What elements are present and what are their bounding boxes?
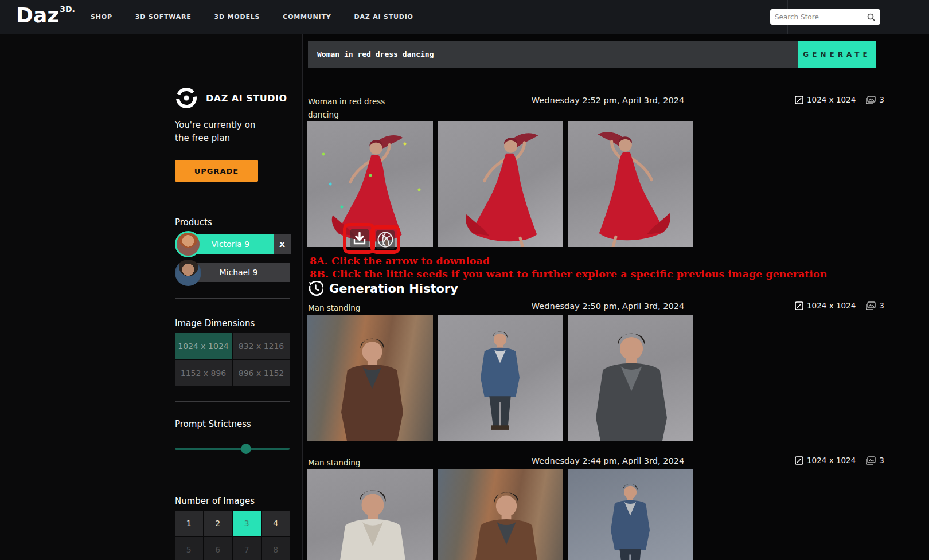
prompt-input[interactable]: [308, 41, 798, 68]
man-standing-art: [568, 315, 693, 441]
image-dimensions-grid: 1024 x 1024 832 x 1216 1152 x 896 896 x …: [175, 333, 290, 386]
store-search: [770, 9, 880, 25]
victoria9-name: Victoria 9: [212, 240, 250, 249]
num-images-4[interactable]: 4: [262, 511, 290, 536]
victoria9-avatar: [175, 231, 201, 257]
seeds-icon: [376, 230, 395, 249]
generation-history-title: Generation History: [329, 282, 458, 296]
nav-shop[interactable]: SHOP: [91, 13, 112, 21]
dimension-option-896x1152[interactable]: 896 x 1152: [233, 360, 290, 386]
generated-image[interactable]: [307, 469, 433, 560]
generation-count: 3: [879, 301, 884, 310]
man-standing-art: [438, 469, 563, 560]
generated-image[interactable]: [307, 315, 433, 441]
annotation-8b: 8B. Click the little seeds if you want t…: [310, 268, 827, 280]
generated-image[interactable]: [568, 121, 693, 247]
prompt-strictness-slider[interactable]: [175, 443, 290, 455]
generation-row-images: [307, 121, 693, 247]
num-images-8: 8: [262, 537, 290, 560]
generation-dimensions: 1024 x 1024: [807, 95, 856, 104]
man-standing-art: [568, 469, 693, 560]
generation-count: 3: [879, 95, 884, 104]
generated-image[interactable]: [568, 469, 693, 560]
search-icon[interactable]: [866, 13, 876, 22]
daz-ai-studio-page: Daz3D. SHOP 3D SOFTWARE 3D MODELS COMMUN…: [0, 0, 929, 560]
dimension-option-832x1216[interactable]: 832 x 1216: [233, 333, 290, 359]
product-michael9[interactable]: Michael 9: [188, 263, 290, 282]
download-button[interactable]: [350, 229, 369, 248]
generation-meta: 1024 x 1024 3: [795, 95, 879, 104]
main-nav: SHOP 3D SOFTWARE 3D MODELS COMMUNITY DAZ…: [91, 0, 413, 34]
num-images-1[interactable]: 1: [175, 511, 203, 536]
plan-line2: the free plan: [175, 132, 255, 145]
prompt-strictness-label: Prompt Strictness: [175, 419, 251, 429]
logo-sup-text: 3D.: [60, 5, 75, 14]
generated-image[interactable]: [438, 315, 563, 441]
num-images-3[interactable]: 3: [233, 511, 261, 536]
man-standing-art: [438, 315, 563, 441]
michael9-avatar: [175, 260, 201, 286]
generation-history-heading: Generation History: [308, 281, 458, 296]
image-dimensions-label: Image Dimensions: [175, 318, 255, 328]
num-images-7: 7: [233, 537, 261, 560]
history-clock-icon: [308, 281, 323, 296]
divider: [175, 198, 290, 198]
generated-image[interactable]: [438, 469, 563, 560]
generation-row-images: [307, 469, 693, 560]
nav-3d-models[interactable]: 3D MODELS: [214, 13, 260, 21]
slider-track[interactable]: [175, 448, 290, 450]
generation-dimensions: 1024 x 1024: [807, 456, 856, 465]
seeds-button[interactable]: [376, 230, 395, 249]
annotation-8a: 8A. Click the arrow to download: [310, 255, 490, 267]
woman-red-dress-art: [568, 121, 693, 247]
slider-thumb[interactable]: [241, 444, 251, 454]
ai-studio-logo-icon: [175, 87, 198, 109]
man-standing-art: [307, 315, 433, 441]
woman-red-dress-art: [438, 121, 563, 247]
generation-meta: 1024 x 1024 3: [795, 301, 879, 310]
products-label: Products: [175, 217, 212, 228]
ai-studio-brand: DAZ AI STUDIO: [175, 87, 287, 109]
generate-button[interactable]: GENERATE: [798, 41, 876, 68]
woman-red-dress-art: [307, 121, 433, 247]
nav-community[interactable]: COMMUNITY: [283, 13, 331, 21]
dimension-option-1152x896[interactable]: 1152 x 896: [175, 360, 232, 386]
sidebar: DAZ AI STUDIO You're currently on the fr…: [0, 34, 303, 560]
aspect-ratio-icon: [795, 301, 803, 310]
generated-image[interactable]: [438, 121, 563, 247]
top-nav-bar: Daz3D. SHOP 3D SOFTWARE 3D MODELS COMMUN…: [0, 0, 929, 34]
logo-text: Daz: [16, 3, 59, 27]
download-arrow-icon: [350, 229, 369, 248]
upgrade-button[interactable]: UPGRADE: [175, 160, 258, 182]
image-count-icon: [866, 456, 876, 465]
generated-image[interactable]: [307, 121, 433, 247]
nav-3d-software[interactable]: 3D SOFTWARE: [135, 13, 192, 21]
num-images-2[interactable]: 2: [204, 511, 232, 536]
search-input[interactable]: [775, 13, 866, 21]
ai-studio-title: DAZ AI STUDIO: [206, 93, 287, 104]
generation-row-images: [307, 315, 693, 441]
generation-meta: 1024 x 1024 3: [795, 456, 879, 465]
aspect-ratio-icon: [795, 456, 803, 465]
divider: [175, 401, 290, 402]
num-images-5: 5: [175, 537, 203, 560]
dimension-option-1024x1024[interactable]: 1024 x 1024: [175, 333, 232, 359]
divider: [175, 298, 290, 299]
daz3d-logo[interactable]: Daz3D.: [16, 3, 75, 27]
generation-count: 3: [879, 456, 884, 465]
generated-image[interactable]: [568, 315, 693, 441]
image-count-icon: [866, 301, 876, 310]
generation-dimensions: 1024 x 1024: [807, 301, 856, 310]
nav-daz-ai-studio[interactable]: DAZ AI STUDIO: [354, 13, 413, 21]
number-of-images-grid: 1 2 3 4 5 6 7 8: [175, 511, 290, 560]
aspect-ratio-icon: [795, 96, 803, 104]
michael9-name: Michael 9: [220, 268, 258, 277]
man-standing-art: [307, 469, 433, 560]
plan-line1: You're currently on: [175, 119, 255, 132]
plan-status: You're currently on the free plan: [175, 119, 255, 145]
number-of-images-label: Number of Images: [175, 496, 255, 506]
remove-victoria9-button[interactable]: X: [274, 234, 291, 254]
num-images-6: 6: [204, 537, 232, 560]
divider: [175, 475, 290, 475]
image-count-icon: [866, 96, 876, 104]
